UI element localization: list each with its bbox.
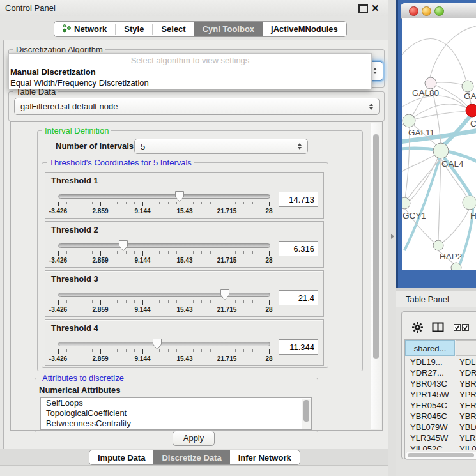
table-hscrollbar[interactable] [406, 452, 476, 460]
node-label: GAL80 [412, 88, 439, 98]
scrollbar-thumb[interactable] [408, 453, 474, 457]
tab-select[interactable]: Select [153, 22, 194, 36]
network-view[interactable]: GAL80GALCGAL11GAL4GCY1HHAP2 [402, 18, 476, 270]
network-node-red-node[interactable] [466, 104, 476, 117]
minimize-traffic-light-icon[interactable] [422, 6, 431, 16]
apply-button[interactable]: Apply [173, 431, 215, 446]
network-node-HAP2[interactable] [433, 240, 443, 250]
minor-tick [261, 349, 261, 352]
network-node-partial-bottom[interactable] [451, 263, 461, 270]
network-node-H-node[interactable] [463, 196, 476, 210]
network-node-GAL-right[interactable] [462, 81, 473, 92]
scrollbar-thumb[interactable] [373, 134, 379, 359]
major-tick [269, 300, 270, 305]
network-edge[interactable] [405, 127, 410, 198]
minor-tick [235, 300, 236, 303]
table-row[interactable]: YBR045CYBR0 [405, 411, 476, 422]
tab-discretize-data[interactable]: Discretize Data [153, 450, 229, 464]
select-columns-checkboxes-icon[interactable] [454, 323, 470, 334]
tick-label: 2.859 [92, 306, 108, 313]
threshold-value-field[interactable] [279, 241, 318, 256]
table-row[interactable]: YDL19...YDL1 [405, 357, 476, 367]
table-row[interactable]: YDR27...YDR2 [405, 367, 476, 378]
threshold-slider[interactable]: -3.4262.8599.14415.4321.71528 [58, 341, 269, 364]
settings-scrollbar[interactable] [371, 123, 381, 429]
table-row[interactable]: YIL052CYIL0 [405, 443, 476, 450]
network-edge[interactable] [408, 158, 441, 199]
num-intervals-combobox[interactable]: 5 [134, 139, 308, 154]
thresholds-group: Threshold's Coordinates for 5 Intervals … [42, 162, 328, 368]
tab-style[interactable]: Style [116, 22, 152, 36]
table-row[interactable]: YER054CYER0 [405, 400, 476, 411]
gear-icon[interactable] [412, 322, 423, 335]
algorithm-option[interactable]: Manual Discretization [9, 66, 371, 77]
slider-track[interactable] [58, 293, 270, 297]
minor-tick [252, 202, 253, 204]
slider-handle[interactable] [220, 289, 230, 301]
minor-tick [66, 251, 67, 254]
algorithm-options: Manual DiscretizationEqual Width/Frequen… [9, 66, 371, 88]
node-label: GAL4 [441, 159, 464, 169]
minor-tick [252, 251, 253, 254]
minor-tick [159, 349, 160, 352]
column-header-name[interactable]: na [456, 340, 476, 356]
tab-cyni-toolbox[interactable]: Cyni Toolbox [194, 22, 263, 36]
column-header-shared-name[interactable]: shared... [405, 340, 455, 356]
minor-tick [117, 349, 118, 352]
threshold-value-field[interactable] [279, 339, 318, 355]
minor-tick [219, 202, 219, 204]
tick-label: 2.859 [92, 208, 108, 215]
threshold-slider[interactable]: -3.4262.8599.14415.4321.71528 [58, 242, 269, 265]
combo-stepper-icon[interactable] [298, 143, 302, 150]
split-columns-icon[interactable] [432, 322, 445, 335]
network-window-titlebar[interactable] [401, 3, 476, 19]
slider-track[interactable] [58, 342, 270, 346]
tab-infer-network[interactable]: Infer Network [230, 450, 300, 464]
major-tick [58, 349, 59, 354]
numerical-attributes-list[interactable]: SelfLoopsTopologicalCoefficientBetweenne… [40, 397, 312, 430]
attribute-list-item[interactable]: TopologicalCoefficient [41, 408, 311, 418]
algorithm-option[interactable]: Equal Width/Frequency Discretization [9, 77, 371, 88]
threshold-value-field[interactable] [279, 192, 318, 207]
threshold-slider[interactable]: -3.4262.8599.14415.4321.71528 [58, 291, 269, 314]
tab-network[interactable]: Network [54, 22, 115, 36]
float-window-icon[interactable] [358, 4, 368, 13]
zoom-traffic-light-icon[interactable] [434, 6, 444, 16]
slider-track[interactable] [58, 194, 270, 199]
combo-stepper-icon[interactable] [373, 68, 377, 74]
network-node-GAL80[interactable] [425, 77, 436, 89]
slider-track[interactable] [58, 243, 270, 248]
slider-handle[interactable] [174, 190, 185, 203]
close-traffic-light-icon[interactable] [409, 6, 418, 16]
algorithm-dropdown: Select algorithm to view settings Manual… [8, 53, 372, 89]
table-row[interactable]: YBR043CYBR0 [405, 378, 476, 389]
table-row[interactable]: YBL079WYBL0 [405, 422, 476, 433]
network-edge[interactable] [443, 210, 469, 242]
minor-tick [210, 349, 211, 352]
minor-tick [159, 300, 160, 303]
slider-handle[interactable] [118, 240, 128, 252]
divider-collapse-icon[interactable] [391, 234, 394, 239]
table-row[interactable]: YPR145WYPR1 [405, 389, 476, 400]
slider-handle[interactable] [152, 338, 162, 350]
tab-impute-data[interactable]: Impute Data [89, 450, 153, 464]
scrollbar-thumb[interactable] [303, 400, 309, 422]
combo-stepper-icon[interactable] [369, 104, 373, 110]
network-node-GAL11[interactable] [403, 114, 415, 127]
table-data-combobox[interactable]: galFiltered.sif default node [14, 98, 380, 115]
threshold-value-field[interactable] [279, 290, 318, 305]
attributes-scrollbar[interactable] [302, 399, 311, 429]
tab-jactivemnodules[interactable]: jActiveMNodules [263, 22, 346, 36]
network-node-GCY1[interactable] [402, 197, 410, 209]
threshold-label: Threshold 1 [51, 176, 98, 185]
threshold-slider[interactable]: -3.4262.8599.14415.4321.71528 [58, 193, 269, 216]
node-label: C [470, 119, 476, 128]
attribute-list-item[interactable]: BetweennessCentrality [41, 418, 311, 429]
attribute-list-item[interactable]: SelfLoops [41, 398, 311, 408]
network-edge[interactable] [438, 158, 441, 240]
table-panel: shared... na YDL19...YDL1YDR27...YDR2YBR… [401, 311, 476, 459]
minor-tick [210, 251, 211, 254]
network-node-GAL4[interactable] [433, 143, 449, 158]
table-row[interactable]: YLR345WYLR3 [405, 433, 476, 443]
close-icon[interactable]: ✕ [371, 2, 380, 15]
